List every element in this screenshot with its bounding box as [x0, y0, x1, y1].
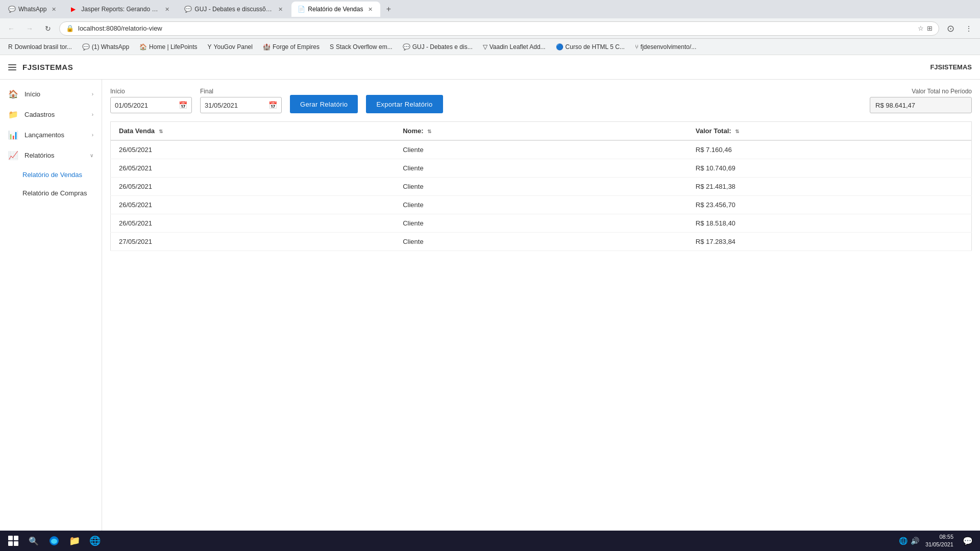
col-header-nome[interactable]: Nome: ⇅ [395, 122, 688, 141]
date-start-field: Início 01/05/2021 📅 [110, 88, 192, 113]
col-header-data-venda[interactable]: Data Venda ⇅ [111, 122, 395, 141]
tab-whatsapp[interactable]: 💬 WhatsApp ✕ [2, 2, 64, 17]
bookmark-label-fjdev: fjdesenvolvimento/... [641, 43, 696, 51]
sidebar-label-lancamentos: Lançamentos [24, 131, 86, 139]
bookmark-label-vaadin: Vaadin Leaflet Add... [489, 43, 546, 51]
col-header-valor-total[interactable]: Valor Total: ⇅ [688, 122, 972, 141]
bookmark-label-html5: Curso de HTML 5 C... [566, 43, 625, 51]
exportar-relatorio-button[interactable]: Exportar Relatório [366, 95, 443, 113]
tab-favicon-jasper: ▶ [71, 6, 78, 13]
taskbar-search[interactable]: 🔍 [24, 532, 43, 550]
notification-icon[interactable]: 💬 [960, 532, 976, 550]
tab-jasper[interactable]: ▶ Jasper Reports: Gerando relató... ✕ [65, 2, 177, 17]
sidebar-item-relatorio-vendas[interactable]: Relatório de Vendas [0, 165, 102, 184]
chevron-right-icon-inicio: › [92, 91, 93, 97]
bookmark-download[interactable]: R Download brasil tor... [4, 42, 76, 52]
bookmark-fjdev[interactable]: ⑂ fjdesenvolvimento/... [631, 42, 700, 52]
volume-icon[interactable]: 🔊 [911, 537, 919, 545]
sidebar-label-relatorio-compras: Relatório de Compras [22, 189, 87, 197]
sort-icon-nome[interactable]: ⇅ [427, 129, 431, 134]
calendar-end-icon[interactable]: 📅 [268, 101, 277, 109]
date-start-value: 01/05/2021 [115, 102, 175, 109]
bookmark-vaadin[interactable]: ▽ Vaadin Leaflet Add... [479, 42, 550, 52]
sidebar-label-relatorio-vendas: Relatório de Vendas [22, 171, 82, 179]
address-bar[interactable]: 🔒 localhost:8080/relatorio-view ☆ ⊞ [59, 21, 939, 36]
sidebar-item-cadastros[interactable]: 📁 Cadastros › [0, 104, 102, 124]
bookmark-label-guj: GUJ - Debates e dis... [412, 43, 473, 51]
network-icon[interactable]: 🌐 [899, 537, 908, 545]
taskbar-files[interactable]: 📁 [65, 532, 84, 550]
taskbar-time: 08:55 [925, 533, 953, 541]
cell-valor: R$ 7.160,46 [688, 140, 972, 159]
table-row[interactable]: 27/05/2021 Cliente R$ 17.283,84 [111, 233, 972, 251]
sidebar-label-relatorios: Relatórios [24, 152, 84, 159]
settings-icon[interactable]: ⋮ [962, 21, 976, 36]
sort-icon-valor-total[interactable]: ⇅ [735, 129, 739, 134]
total-period-label: Valor Total no Período [870, 88, 972, 95]
bookmark-label-download: Download brasil tor... [15, 43, 72, 51]
tab-relatorio[interactable]: 📄 Relatório de Vendas ✕ [291, 2, 380, 17]
tab-bar: 💬 WhatsApp ✕ ▶ Jasper Reports: Gerando r… [0, 0, 980, 18]
sidebar-nav: 🏠 Início › 📁 Cadastros › 📊 Lançamentos ›… [0, 80, 102, 551]
bookmark-label-yougov: YouGov Panel [214, 43, 253, 51]
main-content: Início 01/05/2021 📅 Final 31/05/2021 📅 G… [102, 80, 980, 551]
new-tab-button[interactable]: + [381, 2, 396, 16]
relatorios-submenu: Relatório de Vendas Relatório de Compras [0, 165, 102, 202]
cell-nome: Cliente [395, 214, 688, 233]
bookmark-stackoverflow[interactable]: S Stack Overflow em... [326, 42, 397, 52]
table-row[interactable]: 26/05/2021 Cliente R$ 18.518,40 [111, 214, 972, 233]
lock-icon: 🔒 [66, 24, 74, 32]
bookmark-lifepoints[interactable]: 🏠 Home | LifePoints [135, 42, 202, 52]
tab-close-whatsapp[interactable]: ✕ [50, 5, 58, 13]
tab-close-guj[interactable]: ✕ [276, 5, 284, 13]
hamburger-button[interactable] [8, 64, 16, 70]
bookmark-icon-download: R [8, 43, 13, 51]
tab-label-guj: GUJ - Debates e discussões sob... [194, 6, 273, 13]
bookmark-yougov[interactable]: Y YouGov Panel [204, 42, 257, 52]
taskbar-edge[interactable] [45, 532, 63, 550]
date-start-input[interactable]: 01/05/2021 📅 [110, 97, 192, 113]
bookmark-icon-guj: 💬 [403, 43, 410, 51]
tab-close-relatorio[interactable]: ✕ [366, 5, 374, 13]
star-icon[interactable]: ☆ [918, 24, 924, 32]
sidebar-item-inicio[interactable]: 🏠 Início › [0, 84, 102, 104]
header-user: FJSISTEMAS [930, 63, 972, 71]
sidebar-item-relatorios[interactable]: 📈 Relatórios ∨ [0, 145, 102, 165]
cell-data: 26/05/2021 [111, 140, 395, 159]
sort-icon-data-venda[interactable]: ⇅ [159, 129, 163, 134]
table-row[interactable]: 26/05/2021 Cliente R$ 10.740,69 [111, 159, 972, 178]
bookmark-html5[interactable]: 🔵 Curso de HTML 5 C... [552, 42, 629, 52]
cell-valor: R$ 21.481,38 [688, 178, 972, 196]
sidebar-item-lancamentos[interactable]: 📊 Lançamentos › [0, 124, 102, 145]
app-container: 🏠 Início › 📁 Cadastros › 📊 Lançamentos ›… [0, 80, 980, 551]
bookmark-icon-forge: 🏰 [263, 43, 271, 51]
calendar-start-icon[interactable]: 📅 [179, 101, 187, 109]
gerar-relatorio-button[interactable]: Gerar Relatório [290, 95, 358, 113]
address-text: localhost:8080/relatorio-view [78, 24, 914, 32]
table-row[interactable]: 26/05/2021 Cliente R$ 21.481,38 [111, 178, 972, 196]
app-brand: FJSISTEMAS [22, 63, 73, 71]
table-row[interactable]: 26/05/2021 Cliente R$ 7.160,46 [111, 140, 972, 159]
bookmark-guj[interactable]: 💬 GUJ - Debates e dis... [399, 42, 477, 52]
bookmark-whatsapp[interactable]: 💬 (1) WhatsApp [78, 42, 133, 52]
tab-close-jasper[interactable]: ✕ [163, 5, 171, 13]
bookmark-icon-stackoverflow: S [330, 43, 334, 51]
taskbar-clock: 08:55 31/05/2021 [925, 533, 958, 549]
date-end-input[interactable]: 31/05/2021 📅 [200, 97, 282, 113]
start-button[interactable] [4, 532, 22, 550]
bar-chart-icon: 📈 [8, 151, 18, 160]
tab-guj[interactable]: 💬 GUJ - Debates e discussões sob... ✕ [178, 2, 290, 17]
table-row[interactable]: 26/05/2021 Cliente R$ 23.456,70 [111, 196, 972, 214]
bookmark-icon-lifepoints: 🏠 [139, 43, 147, 51]
reload-button[interactable]: ↻ [41, 21, 55, 36]
svg-point-1 [51, 539, 57, 544]
extension-icon[interactable]: ⊞ [927, 24, 933, 32]
cell-valor: R$ 18.518,40 [688, 214, 972, 233]
total-period-value: R$ 98.641,47 [870, 97, 972, 113]
sidebar-item-relatorio-compras[interactable]: Relatório de Compras [0, 184, 102, 202]
forward-button[interactable]: → [22, 21, 37, 36]
bookmark-forge[interactable]: 🏰 Forge of Empires [259, 42, 324, 52]
taskbar-app[interactable]: 🌐 [86, 532, 104, 550]
profile-icon[interactable]: ⊙ [943, 21, 958, 36]
back-button[interactable]: ← [4, 21, 18, 36]
